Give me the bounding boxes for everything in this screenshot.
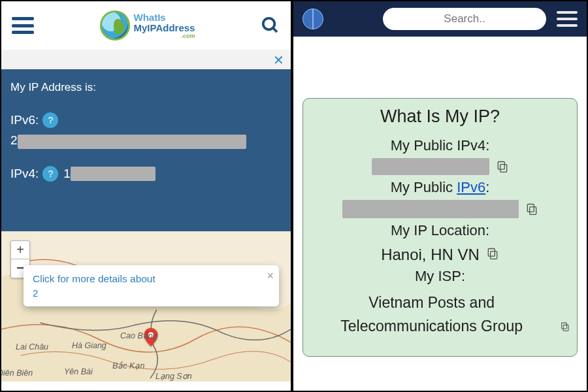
ipv6-row: IPv6: ? bbox=[10, 112, 282, 128]
search-input[interactable] bbox=[383, 8, 546, 30]
ipv6-label: IPv6: bbox=[10, 113, 39, 127]
location-label: My IP Location: bbox=[310, 222, 570, 239]
isp-label: My ISP: bbox=[310, 268, 570, 285]
ipv6-redacted bbox=[342, 200, 519, 218]
city-label: Điên Biên bbox=[1, 368, 33, 378]
ipv6-link[interactable]: IPv6 bbox=[457, 179, 485, 195]
svg-line-1 bbox=[273, 28, 277, 32]
ip-title: My IP Address is: bbox=[10, 81, 282, 94]
map-popup: × Click for more details about 2 bbox=[24, 265, 279, 306]
right-header bbox=[293, 1, 587, 37]
location-value: Hanoi, HN VN bbox=[381, 246, 480, 264]
search-field[interactable] bbox=[383, 8, 546, 30]
copy-icon[interactable] bbox=[525, 202, 538, 216]
city-label: Lai Châu bbox=[16, 342, 48, 351]
menu-icon[interactable] bbox=[557, 11, 578, 27]
ipv6-label: My Public IPv6: bbox=[310, 179, 570, 196]
ipv6-value[interactable]: 2 bbox=[10, 133, 282, 149]
map-bg bbox=[1, 231, 291, 382]
city-label: Cao Bằng bbox=[120, 331, 157, 340]
location-map[interactable]: + − × Click for more details about 2 Lai… bbox=[1, 231, 291, 382]
site-logo-icon[interactable] bbox=[302, 8, 323, 29]
card-title: What Is My IP? bbox=[310, 106, 570, 127]
svg-rect-6 bbox=[529, 207, 536, 215]
svg-point-0 bbox=[263, 18, 275, 30]
svg-rect-5 bbox=[498, 162, 504, 170]
city-label: Bắc Kạn bbox=[112, 361, 144, 370]
site-logo[interactable]: WhatIs MyIPAddress .com bbox=[100, 10, 195, 41]
svg-rect-7 bbox=[527, 204, 534, 212]
ad-strip: ✕ bbox=[1, 50, 291, 69]
ipv6-redacted bbox=[18, 135, 246, 149]
copy-icon[interactable] bbox=[496, 159, 509, 174]
copy-icon[interactable] bbox=[486, 246, 499, 261]
help-icon[interactable]: ? bbox=[42, 166, 58, 182]
ipv4-redacted bbox=[71, 167, 155, 181]
details-link[interactable]: Click for more details about bbox=[33, 273, 155, 284]
isp-value: Vietnam Posts and Telecommunications Gro… bbox=[310, 291, 553, 338]
ip-info-card: What Is My IP? My Public IPv4: My Public… bbox=[302, 98, 578, 357]
city-label: Lạng Sơn bbox=[155, 371, 192, 381]
city-label: Hà Giang bbox=[72, 341, 106, 350]
close-icon[interactable]: × bbox=[267, 269, 274, 283]
left-header: WhatIs MyIPAddress .com bbox=[1, 1, 291, 50]
city-label: Yên Bái bbox=[64, 367, 93, 376]
zoom-in-button[interactable]: + bbox=[11, 241, 29, 259]
svg-rect-9 bbox=[488, 249, 495, 257]
copy-icon[interactable] bbox=[560, 319, 570, 334]
ip-panel: My IP Address is: IPv6: ? 2 IPv4: ? 1 bbox=[1, 69, 291, 231]
search-icon[interactable] bbox=[261, 16, 280, 35]
ipv4-redacted bbox=[372, 158, 489, 175]
logo-text: WhatIs MyIPAddress .com bbox=[134, 12, 195, 39]
popup-ip-fragment: 2 bbox=[33, 287, 259, 299]
globe-icon bbox=[100, 10, 130, 41]
svg-rect-10 bbox=[564, 325, 569, 331]
svg-rect-4 bbox=[500, 165, 506, 172]
ipv4-row: IPv4: ? 1 bbox=[10, 166, 282, 182]
ipv4-label: IPv4: bbox=[10, 167, 39, 181]
close-icon[interactable]: ✕ bbox=[273, 52, 284, 68]
help-icon[interactable]: ? bbox=[42, 112, 58, 128]
svg-rect-8 bbox=[491, 252, 497, 259]
ipv4-label: My Public IPv4: bbox=[310, 137, 570, 154]
svg-rect-11 bbox=[562, 323, 567, 329]
menu-icon[interactable] bbox=[12, 17, 34, 34]
